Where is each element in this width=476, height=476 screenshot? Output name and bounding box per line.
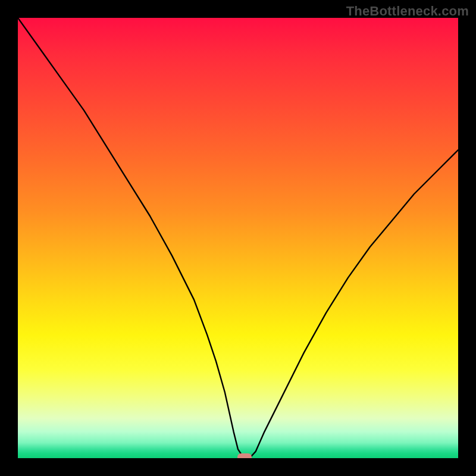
bottleneck-curve-path bbox=[18, 18, 458, 458]
optimum-marker bbox=[237, 453, 252, 458]
curve-layer bbox=[18, 18, 458, 458]
chart-frame: TheBottleneck.com bbox=[0, 0, 476, 476]
watermark-text: TheBottleneck.com bbox=[346, 4, 469, 19]
plot-area bbox=[18, 18, 458, 458]
